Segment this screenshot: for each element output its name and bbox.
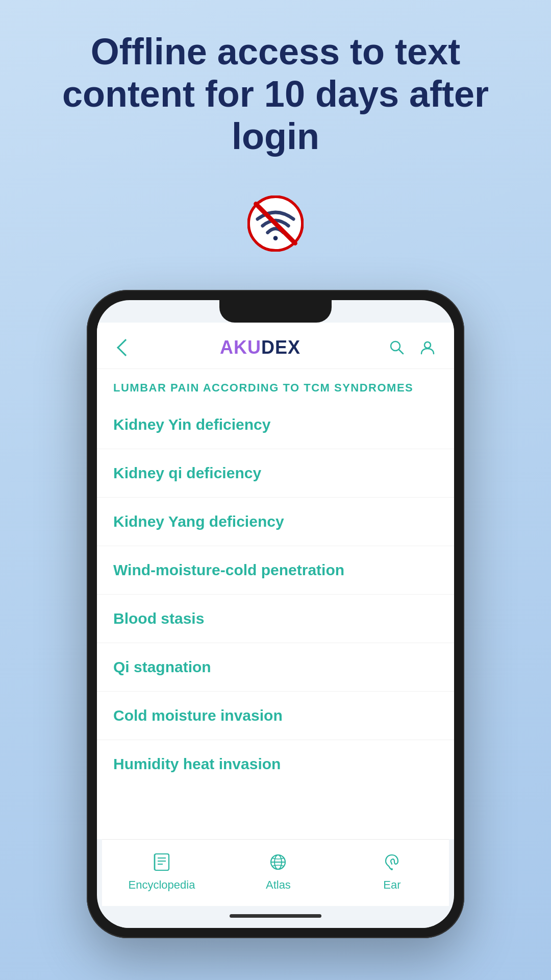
profile-button[interactable] <box>417 337 438 358</box>
list-item[interactable]: Wind-moisture-cold penetration <box>97 546 454 595</box>
app-logo: AKUDEX <box>220 337 300 358</box>
nav-item-ear[interactable]: Ear <box>361 850 422 892</box>
atlas-label: Atlas <box>266 878 291 892</box>
home-indicator <box>97 906 454 928</box>
phone-screen: AKUDEX LUMBAR PAIN ACCORDING TO <box>97 300 454 928</box>
phone-frame: AKUDEX LUMBAR PAIN ACCORDING TO <box>87 290 464 938</box>
no-wifi-icon <box>235 183 316 264</box>
encyclopedia-icon <box>149 850 174 874</box>
ear-icon <box>380 850 404 874</box>
syndrome-list: Kidney Yin deficiency Kidney qi deficien… <box>97 401 454 788</box>
list-item[interactable]: Humidity heat invasion <box>97 740 454 788</box>
list-item-text: Kidney Yang deficiency <box>113 513 284 530</box>
list-item[interactable]: Qi stagnation <box>97 643 454 692</box>
ear-label: Ear <box>383 878 400 892</box>
list-item-text: Blood stasis <box>113 610 204 627</box>
list-item-text: Humidity heat invasion <box>113 755 281 772</box>
svg-rect-10 <box>154 854 156 870</box>
back-button[interactable] <box>113 337 134 358</box>
list-item[interactable]: Cold moisture invasion <box>97 692 454 740</box>
atlas-icon <box>266 850 290 874</box>
svg-point-5 <box>424 342 431 348</box>
back-arrow-icon <box>117 339 134 356</box>
encyclopedia-label: Encyclopedia <box>129 878 195 892</box>
svg-point-1 <box>273 236 278 241</box>
list-item[interactable]: Kidney Yin deficiency <box>97 401 454 449</box>
logo-aku: AKU <box>220 337 261 358</box>
nav-item-encyclopedia[interactable]: Encyclopedia <box>129 850 195 892</box>
phone-notch <box>219 300 332 323</box>
list-item-text: Qi stagnation <box>113 658 211 675</box>
page-headline: Offline access to text content for 10 da… <box>0 31 551 157</box>
logo-dex: DEX <box>261 337 300 358</box>
svg-point-14 <box>391 868 393 870</box>
nav-item-atlas[interactable]: Atlas <box>247 850 309 892</box>
search-button[interactable] <box>387 337 407 358</box>
bottom-nav: Encyclopedia Atlas <box>102 839 449 906</box>
list-item[interactable]: Blood stasis <box>97 595 454 643</box>
svg-line-4 <box>399 350 403 354</box>
list-item-text: Kidney qi deficiency <box>113 464 261 481</box>
header-icons <box>387 337 438 358</box>
list-item[interactable]: Kidney qi deficiency <box>97 449 454 498</box>
home-bar <box>230 914 321 918</box>
section-label: LUMBAR PAIN ACCORDING TO TCM SYNDROMES <box>97 369 454 401</box>
app-header: AKUDEX <box>97 323 454 369</box>
list-item-text: Wind-moisture-cold penetration <box>113 561 344 578</box>
list-item-text: Kidney Yin deficiency <box>113 416 270 433</box>
list-item-text: Cold moisture invasion <box>113 707 283 724</box>
svg-rect-6 <box>155 854 169 870</box>
list-item[interactable]: Kidney Yang deficiency <box>97 498 454 546</box>
